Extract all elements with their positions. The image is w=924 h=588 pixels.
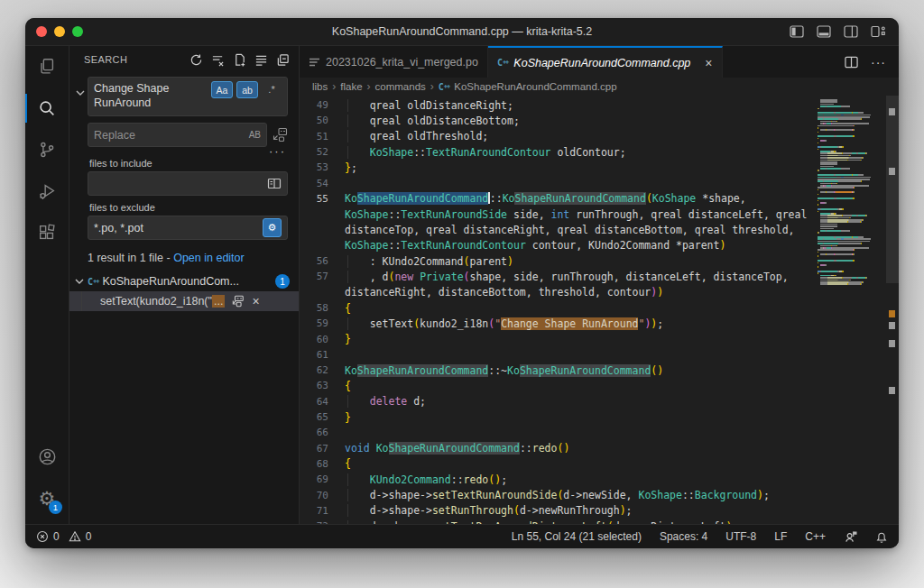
panel-title: SEARCH (84, 54, 127, 65)
encoding[interactable]: UTF-8 (725, 530, 756, 543)
search-panel: SEARCH Change Shape RunAround Aa (69, 46, 300, 524)
errors-icon (36, 530, 49, 543)
toggle-replace-chevron[interactable] (73, 77, 88, 243)
tab-label: KoShapeRunAroundCommand.cpp (513, 57, 690, 69)
overview-match-mark (889, 310, 895, 317)
match-text: setText(kundo2_i18n("... (100, 295, 225, 308)
breadcrumb-item[interactable]: flake (340, 81, 362, 92)
cpp-file-icon: C++ (497, 58, 508, 68)
eol-sequence[interactable]: LF (774, 530, 787, 543)
sidebar-item-source-control[interactable] (25, 129, 69, 170)
traffic-lights (36, 26, 83, 37)
zoom-window-button[interactable] (72, 26, 83, 37)
code-editor[interactable]: 49 qreal oldDistanceRight;50 qreal oldDi… (300, 96, 899, 524)
open-editors-book-icon[interactable] (267, 178, 282, 189)
minimap[interactable] (818, 99, 875, 286)
tab-krita-vi-merged-po[interactable]: 20231026_krita_vi_merged.po (300, 46, 488, 78)
overview-mark (889, 340, 895, 347)
sidebar-item-search[interactable] (25, 87, 69, 129)
files-to-exclude-value: *.po, *.pot (94, 221, 263, 235)
search-query: Change Shape RunAround (94, 81, 211, 110)
accounts-button[interactable] (25, 436, 69, 477)
close-window-button[interactable] (36, 26, 47, 37)
cursor-position[interactable]: Ln 55, Col 24 (21 selected) (512, 530, 642, 543)
clear-results-icon[interactable] (211, 53, 225, 67)
split-editor-icon[interactable] (845, 56, 858, 69)
tab-koshaperunaroundcommand-cpp[interactable]: C++ KoShapeRunAroundCommand.cpp × (488, 46, 723, 78)
file-result-name: KoShapeRunAroundCom... (102, 275, 272, 288)
explorer-icon (37, 57, 57, 77)
title-bar: KoShapeRunAroundCommand.cpp — krita-krit… (25, 18, 899, 46)
cpp-file-icon: C++ (88, 277, 98, 287)
indentation[interactable]: Spaces: 4 (660, 530, 707, 543)
sidebar-item-run-debug[interactable] (25, 170, 69, 212)
feedback-icon[interactable] (844, 530, 857, 543)
scrollbar[interactable] (886, 96, 899, 524)
overview-mark (889, 108, 895, 115)
status-bar: 0 0 Ln 55, Col 24 (21 selected) Spaces: … (25, 524, 899, 548)
match-case-toggle[interactable]: Aa (211, 81, 233, 98)
exclude-settings-gear-icon[interactable]: ⚙ (263, 218, 282, 237)
view-as-list-icon[interactable] (254, 53, 268, 67)
overview-mark (889, 168, 895, 175)
editor-group: 20231026_krita_vi_merged.po C++ KoShapeR… (300, 46, 899, 524)
settings-button[interactable]: ⚙ 1 (25, 477, 69, 519)
replace-placeholder: Replace (94, 129, 249, 142)
replace-all-icon[interactable] (273, 127, 288, 142)
warnings-icon (69, 530, 81, 543)
refresh-icon[interactable] (189, 53, 203, 67)
match-highlight: ... (212, 295, 225, 308)
scrollbar-slider[interactable] (886, 96, 899, 283)
replace-input[interactable]: Replace AB (88, 123, 267, 147)
overview-mark (889, 322, 895, 329)
vscode-window: KoShapeRunAroundCommand.cpp — krita-krit… (25, 18, 899, 548)
overview-mark (889, 387, 895, 394)
collapse-all-icon[interactable] (276, 53, 290, 67)
files-to-include-label: files to include (89, 158, 288, 169)
results-summary: 1 result in 1 file - Open in editor (69, 243, 299, 271)
breadcrumb-item[interactable]: commands (375, 81, 426, 92)
tab-bar: 20231026_krita_vi_merged.po C++ KoShapeR… (300, 46, 899, 78)
toggle-primary-sidebar-icon[interactable] (790, 25, 804, 38)
sidebar-item-extensions[interactable] (25, 212, 69, 253)
breadcrumb-item[interactable]: libs (312, 81, 328, 92)
toggle-search-details[interactable]: ··· (88, 149, 286, 154)
preserve-case-toggle[interactable]: AB (249, 130, 261, 140)
notifications-bell-icon[interactable] (875, 530, 888, 544)
breadcrumb-item[interactable]: KoShapeRunAroundCommand.cpp (454, 81, 616, 92)
chevron-down-icon[interactable] (75, 278, 84, 285)
activity-bar: ⚙ 1 (25, 46, 69, 524)
files-to-exclude-input[interactable]: *.po, *.pot ⚙ (88, 216, 288, 240)
match-result-row[interactable]: setText(kundo2_i18n("... × (69, 291, 299, 311)
customize-layout-icon[interactable] (871, 25, 886, 38)
regex-toggle[interactable]: .* (262, 81, 282, 96)
open-in-editor-link[interactable]: Open in editor (173, 252, 245, 264)
error-count: 0 (53, 530, 60, 543)
cpp-file-icon: C++ (439, 82, 449, 92)
problems-button[interactable]: 0 0 (36, 530, 91, 543)
sidebar-item-explorer[interactable] (25, 46, 69, 87)
source-control-icon (37, 140, 57, 160)
window-title: KoShapeRunAroundCommand.cpp — krita-krit… (25, 25, 899, 38)
breadcrumb: libs› flake› commands› C++ KoShapeRunAro… (300, 78, 899, 96)
minimize-window-button[interactable] (54, 26, 65, 37)
files-to-include-input[interactable] (88, 171, 288, 196)
replace-icon[interactable] (232, 295, 245, 308)
search-input[interactable]: Change Shape RunAround Aa ab .* (88, 77, 288, 116)
more-actions-icon[interactable]: ··· (871, 55, 886, 69)
close-tab-icon[interactable]: × (705, 56, 712, 70)
account-icon (37, 446, 58, 467)
dismiss-icon[interactable]: × (252, 294, 259, 308)
code-lines: 49 qreal oldDistanceRight;50 qreal oldDi… (300, 97, 812, 524)
toggle-secondary-sidebar-icon[interactable] (844, 25, 858, 38)
run-debug-icon (37, 181, 57, 201)
new-search-editor-icon[interactable] (233, 53, 246, 67)
file-result-row[interactable]: C++ KoShapeRunAroundCom... 1 (69, 271, 299, 291)
language-mode[interactable]: C++ (805, 530, 826, 543)
tab-label: 20231026_krita_vi_merged.po (326, 56, 478, 69)
files-to-exclude-label: files to exclude (89, 202, 288, 213)
result-count-badge: 1 (275, 274, 290, 289)
whole-word-toggle[interactable]: ab (236, 81, 258, 98)
toggle-panel-icon[interactable] (817, 25, 831, 38)
po-file-icon (309, 57, 320, 68)
